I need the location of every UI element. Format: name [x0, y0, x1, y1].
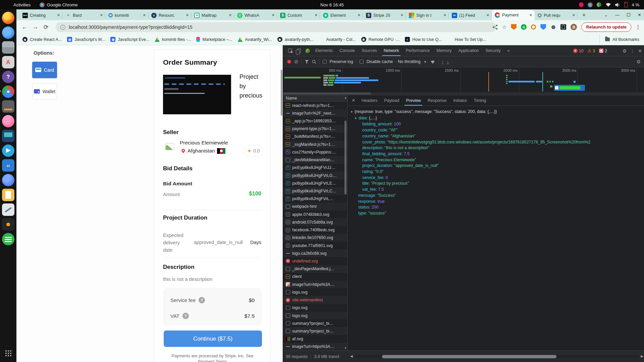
system-tray[interactable]: 4 %: [579, 0, 639, 9]
throttling-dropdown[interactable]: No throttling: [398, 59, 420, 64]
devtools-tab[interactable]: Elements: [312, 45, 336, 56]
extension-shield-orange-icon[interactable]: [511, 24, 517, 30]
payment-terms-link[interactable]: Payment Terms: [198, 359, 227, 362]
preview-tab[interactable]: Initiator: [450, 95, 470, 106]
browser-tab[interactable]: Element ✕: [320, 10, 363, 20]
dock-app-icon[interactable]: [2, 218, 14, 231]
network-request-row[interactable]: youtube.77af5601.svg: [283, 242, 347, 249]
dock-app-icon[interactable]: [2, 56, 14, 68]
preview-tab[interactable]: Payload: [381, 95, 402, 106]
extension-grammarly-icon[interactable]: G: [521, 24, 527, 30]
network-request-row[interactable]: _buildManifest.js?ts=…: [283, 133, 347, 140]
search-icon[interactable]: [312, 60, 316, 64]
browser-tab[interactable]: DEV Creating ✕: [19, 10, 62, 20]
tab-close-icon[interactable]: ✕: [400, 13, 404, 17]
console-errors-badge[interactable]: ✕10: [573, 49, 584, 53]
network-request-row[interactable]: apple.07483bb3.svg: [283, 210, 347, 218]
dock-app-icon[interactable]: [2, 130, 14, 142]
network-request-row[interactable]: summary?project_bi…: [283, 327, 347, 335]
tab-close-icon[interactable]: ✕: [272, 13, 275, 17]
tab-close-icon[interactable]: ✕: [315, 13, 318, 17]
record-network-log-button[interactable]: [287, 60, 291, 64]
expand-arrow-icon[interactable]: ▼: [350, 109, 355, 115]
devtools-settings-gear-icon[interactable]: ⚙: [623, 48, 627, 54]
bookmark-item[interactable]: How To Set Up...: [444, 36, 489, 43]
browser-tab[interactable]: S Stripe JS ✕: [363, 10, 406, 20]
bookmark-item[interactable]: How to Use Q...: [402, 36, 444, 43]
scroll-right-arrow-icon[interactable]: ▶: [641, 354, 643, 358]
continue-button[interactable]: Continue ($7.5): [164, 330, 262, 347]
browser-tab[interactable]: Payment ✕: [492, 10, 535, 20]
devtools-menu-kebab-icon[interactable]: ⋮: [630, 48, 635, 54]
dock-app-icon[interactable]: [2, 100, 14, 113]
console-warnings-badge[interactable]: ⚠3: [587, 48, 595, 53]
site-info-icon[interactable]: i: [60, 25, 65, 30]
minimize-button[interactable]: —: [615, 12, 620, 17]
devtools-tab[interactable]: Security: [482, 45, 504, 56]
scroll-down-arrow-icon[interactable]: ▼: [344, 347, 347, 350]
network-request-row[interactable]: pxiByp8kv8JHgFVrLC…: [283, 187, 347, 195]
extension-dark-icon[interactable]: [560, 24, 566, 30]
clock[interactable]: Nov 6 16:45: [320, 0, 344, 9]
scrollbar-thumb[interactable]: [344, 121, 346, 194]
network-request-row[interactable]: pxiEyp8kv8JHgFVrJJ…: [283, 164, 347, 172]
bookmark-item[interactable]: Remote GPU ·...: [359, 36, 402, 43]
browser-tab[interactable]: ✦ Bard ✕: [62, 10, 105, 20]
page-scrollbar[interactable]: [280, 45, 283, 362]
relaunch-to-update-button[interactable]: Relaunch to update: [581, 22, 631, 32]
dock-app-icon[interactable]: [2, 174, 14, 186]
profile-avatar[interactable]: B: [571, 24, 577, 30]
dock-app-icon[interactable]: [2, 189, 14, 201]
bookmark-item[interactable]: Marketplace –...: [194, 36, 235, 43]
dock-app-icon[interactable]: [2, 159, 14, 172]
back-button[interactable]: ←: [19, 23, 30, 31]
network-conditions-icon[interactable]: [430, 60, 435, 64]
dock-app-icon[interactable]: [2, 41, 14, 54]
tab-close-icon[interactable]: ✕: [100, 13, 103, 17]
tab-close-icon[interactable]: ✕: [143, 13, 146, 17]
bookmark-star-icon[interactable]: ☆: [502, 24, 506, 30]
network-request-row[interactable]: payment-type.js?ts=1…: [283, 125, 347, 133]
network-request-row[interactable]: af.svg: [283, 335, 347, 343]
dock-app-icon[interactable]: [2, 12, 14, 24]
request-list-scrollbar[interactable]: ▲ ▼: [344, 95, 347, 351]
scrollbar-thumb[interactable]: [281, 70, 282, 116]
network-request-row[interactable]: pxiByp8kv8JHgFVrLE…: [283, 179, 347, 187]
bookmark-item[interactable]: avatarify-pyth...: [275, 36, 316, 43]
service-fee-help-icon[interactable]: ?: [199, 297, 205, 303]
network-request-row[interactable]: _ssgManifest.js?ts=1…: [283, 140, 347, 148]
tab-close-icon[interactable]: ✕: [229, 13, 232, 17]
preview-tab[interactable]: Preview: [402, 95, 424, 106]
preview-tab[interactable]: Timing: [470, 95, 489, 106]
network-request-row[interactable]: logo.svg: [283, 288, 347, 296]
network-request-row[interactable]: facebook.740f8edc.svg: [283, 226, 347, 234]
scroll-left-arrow-icon[interactable]: ◀: [350, 354, 353, 358]
network-request-row[interactable]: css2?family=Poppins:…: [283, 148, 347, 156]
browser-tab[interactable]: ▲ Resourc ✕: [148, 10, 191, 20]
tab-close-icon[interactable]: ✕: [572, 13, 575, 17]
browser-tab[interactable]: kominiti ✕: [105, 10, 148, 20]
overview-brush[interactable]: [283, 92, 644, 95]
clear-network-log-icon[interactable]: ⊘: [294, 59, 299, 65]
maximize-button[interactable]: [627, 13, 630, 16]
forward-button[interactable]: →: [30, 23, 41, 31]
network-request-row[interactable]: _devPagesManifest.j…: [283, 265, 347, 273]
vat-help-icon[interactable]: ?: [182, 313, 189, 319]
browser-tab[interactable]: M Mailtrap ✕: [191, 10, 234, 20]
tab-search-chevron-icon[interactable]: ⌄: [604, 12, 608, 17]
extensions-puzzle-icon[interactable]: ⬣: [550, 24, 556, 30]
extension-leaf-icon[interactable]: [303, 45, 312, 56]
close-window-button[interactable]: ✕: [638, 12, 641, 17]
bookmark-item[interactable]: kominiti files -...: [152, 36, 194, 43]
network-request-row[interactable]: image?url=https%3A…: [283, 281, 347, 288]
network-request-row[interactable]: image?url=https%3A…: [283, 343, 347, 351]
scroll-up-arrow-icon[interactable]: ▲: [344, 96, 347, 99]
devtools-close-icon[interactable]: ✕: [638, 48, 642, 54]
tab-close-icon[interactable]: ✕: [443, 13, 446, 17]
network-request-row[interactable]: webpack-hmr: [283, 203, 347, 210]
extension-shield-blue-icon[interactable]: [540, 24, 546, 30]
tab-close-icon[interactable]: ✕: [529, 13, 532, 17]
devtools-tab[interactable]: Performance: [402, 45, 433, 56]
network-request-row[interactable]: site.webmanifest: [283, 296, 347, 304]
expand-arrow-icon[interactable]: ▼: [354, 116, 359, 122]
